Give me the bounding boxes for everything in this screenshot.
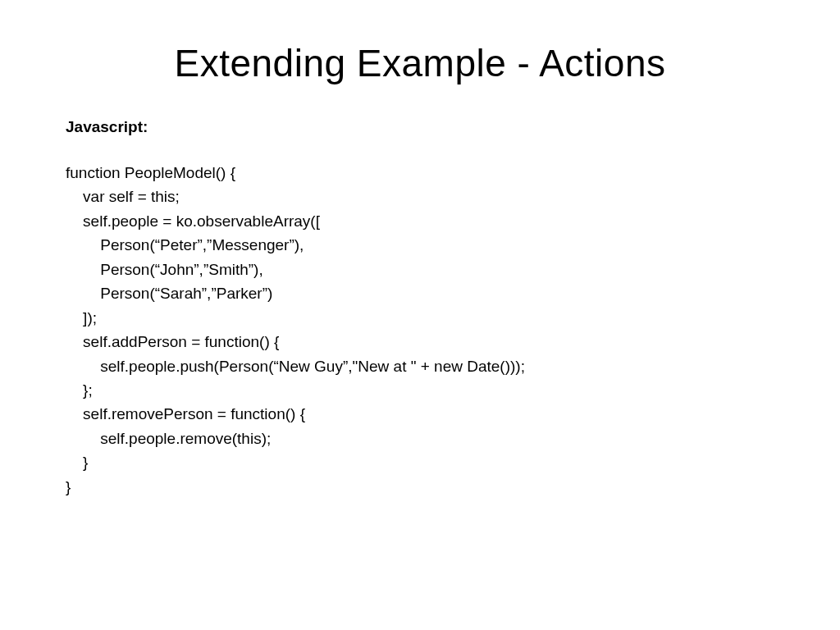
code-block: function PeopleModel() { var self = this… xyxy=(66,161,774,499)
slide-title: Extending Example - Actions xyxy=(66,41,774,85)
code-language-label: Javascript: xyxy=(66,118,774,136)
slide-content: Extending Example - Actions Javascript: … xyxy=(0,0,840,630)
